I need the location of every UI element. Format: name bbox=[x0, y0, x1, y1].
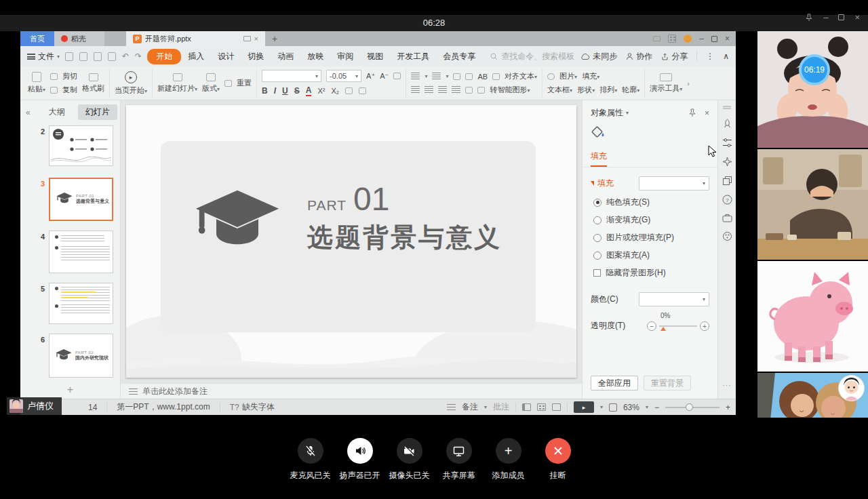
wps-minimize-button[interactable]: – bbox=[699, 34, 704, 43]
strikethrough-button[interactable]: S bbox=[294, 86, 300, 96]
speaker-control[interactable]: 扬声器已开 bbox=[341, 438, 379, 499]
align-center-icon[interactable] bbox=[425, 86, 433, 94]
italic-button[interactable]: I bbox=[274, 86, 276, 96]
grid-icon[interactable] bbox=[668, 35, 676, 43]
save-icon[interactable] bbox=[65, 52, 73, 61]
option-hide-background[interactable]: 隐藏背景图形(H) bbox=[593, 267, 709, 279]
normal-view-icon[interactable] bbox=[522, 403, 531, 411]
export-icon[interactable] bbox=[79, 52, 87, 61]
hangup-icon[interactable] bbox=[545, 438, 571, 464]
menu-devtools[interactable]: 开发工具 bbox=[390, 51, 436, 62]
align-right-icon[interactable] bbox=[438, 86, 447, 94]
account-avatar[interactable] bbox=[684, 35, 692, 43]
menu-design[interactable]: 设计 bbox=[211, 51, 241, 62]
undo-icon[interactable]: ↶ bbox=[122, 52, 129, 61]
collapse-ribbon-icon[interactable]: ∧ bbox=[723, 52, 729, 61]
rocket-icon[interactable] bbox=[722, 119, 732, 129]
fit-to-window-icon[interactable] bbox=[609, 403, 617, 412]
font-color-button[interactable]: A bbox=[306, 85, 312, 96]
participant-video-3[interactable] bbox=[757, 261, 868, 372]
slide-thumbnail-6[interactable]: PART 02 国内外研究现状 bbox=[49, 334, 113, 378]
decrease-font-button[interactable]: A⁻ bbox=[380, 72, 389, 81]
slide-sorter-icon[interactable] bbox=[537, 403, 546, 411]
slide-thumbnail-4[interactable] bbox=[49, 231, 113, 273]
menu-review[interactable]: 审阅 bbox=[330, 51, 360, 62]
print-icon[interactable] bbox=[94, 52, 102, 61]
menu-member[interactable]: 会员专享 bbox=[436, 51, 482, 62]
bullet-list-icon[interactable] bbox=[411, 73, 420, 80]
mic-off-icon[interactable] bbox=[298, 438, 323, 464]
present-tools-button[interactable]: 演示工具▾ bbox=[650, 73, 682, 94]
briefcase-icon[interactable] bbox=[722, 214, 732, 222]
option-gradient-fill[interactable]: 渐变填充(G) bbox=[593, 214, 709, 226]
outline-button[interactable]: 轮廓▾ bbox=[622, 85, 639, 95]
reset-button[interactable]: 重置 bbox=[224, 78, 252, 88]
close-tab-icon[interactable]: × bbox=[254, 35, 258, 43]
highlight-icon[interactable] bbox=[359, 87, 366, 94]
add-member-icon[interactable]: + bbox=[496, 438, 521, 464]
zoom-out-button[interactable]: − bbox=[654, 403, 659, 412]
paste-button[interactable]: 粘贴▾ bbox=[28, 72, 45, 94]
collaborate-button[interactable]: 协作 bbox=[626, 51, 652, 62]
menu-animation[interactable]: 动画 bbox=[271, 51, 300, 62]
restore-window-button[interactable] bbox=[838, 14, 844, 20]
option-pattern-fill[interactable]: 图案填充(A) bbox=[593, 250, 709, 261]
zoom-value[interactable]: 63% bbox=[623, 403, 639, 412]
option-solid-fill[interactable]: 纯色填充(S) bbox=[593, 197, 709, 208]
menu-start[interactable]: 开始 bbox=[147, 49, 181, 64]
menu-slideshow[interactable]: 放映 bbox=[300, 51, 330, 62]
slide-thumbnail-5[interactable] bbox=[49, 283, 113, 324]
section-collapse-icon[interactable] bbox=[591, 181, 594, 186]
to-smart-graphic-button[interactable]: 转智能图形▾ bbox=[490, 85, 530, 95]
cut-button[interactable]: 剪切 bbox=[50, 71, 77, 81]
tab-docer[interactable]: 稻壳 bbox=[54, 31, 104, 46]
arrange-button[interactable]: 排列▾ bbox=[599, 85, 617, 95]
add-member-control[interactable]: + 添加成员 bbox=[490, 438, 528, 499]
format-painter-button[interactable]: 格式刷 bbox=[82, 73, 104, 94]
add-slide-button[interactable]: + bbox=[20, 384, 120, 396]
notes-placeholder[interactable]: 单击此处添加备注 bbox=[121, 383, 582, 399]
fill-button[interactable]: 填充▾ bbox=[582, 71, 599, 81]
ribbon-expand-icon[interactable]: › bbox=[687, 79, 690, 87]
drag-handle-icon[interactable] bbox=[722, 106, 732, 110]
increase-transparency-button[interactable]: + bbox=[700, 321, 709, 331]
missing-font-button[interactable]: T? 缺失字体 bbox=[230, 401, 275, 413]
numbered-list-icon[interactable] bbox=[432, 73, 441, 80]
transparency-slider[interactable] bbox=[659, 325, 697, 327]
new-slide-button[interactable]: 新建幻灯片▾ bbox=[157, 73, 197, 94]
strip-more-icon[interactable]: ··· bbox=[718, 382, 736, 389]
collapse-sidebar-icon[interactable]: « bbox=[20, 108, 36, 117]
skin-icon[interactable] bbox=[722, 231, 732, 241]
apply-all-button[interactable]: 全部应用 bbox=[591, 376, 638, 391]
slide-page[interactable]: PART 01 选题背景与意义 bbox=[126, 105, 576, 378]
minimize-window-button[interactable]: – bbox=[823, 13, 828, 22]
participant-video-4[interactable] bbox=[757, 373, 868, 418]
fill-type-select[interactable]: ▾ bbox=[639, 176, 709, 191]
color-select[interactable]: ▾ bbox=[639, 292, 709, 306]
align-left-icon[interactable] bbox=[411, 86, 420, 94]
decrease-indent-icon[interactable] bbox=[453, 73, 460, 80]
tab-document[interactable]: P 开题答辩.pptx × bbox=[126, 31, 265, 46]
align-text-button[interactable]: 对齐文本▾ bbox=[505, 71, 537, 81]
slider-marker[interactable] bbox=[660, 327, 666, 331]
comments-toggle[interactable]: 批注 bbox=[493, 401, 509, 413]
increase-font-button[interactable]: A⁺ bbox=[366, 72, 375, 81]
increase-indent-icon[interactable] bbox=[465, 73, 473, 80]
decrease-transparency-button[interactable]: − bbox=[647, 321, 656, 331]
tab-outline[interactable]: 大纲 bbox=[41, 104, 73, 120]
new-tab-button[interactable]: + bbox=[265, 31, 284, 46]
superscript-button[interactable]: X² bbox=[317, 87, 325, 95]
clear-format-icon[interactable] bbox=[393, 73, 401, 79]
participant-video-2[interactable] bbox=[757, 149, 868, 260]
bold-button[interactable]: B bbox=[262, 86, 268, 96]
close-panel-icon[interactable]: × bbox=[705, 108, 709, 118]
layout-button[interactable]: 版式▾ bbox=[202, 73, 220, 94]
text-effects-icon[interactable] bbox=[345, 87, 353, 94]
copy-button[interactable]: 复制 bbox=[50, 85, 77, 95]
camera-control[interactable]: 摄像头已关 bbox=[391, 438, 429, 499]
file-menu[interactable]: 文件 ▾ bbox=[27, 51, 60, 62]
zoom-slider-knob[interactable] bbox=[686, 403, 693, 411]
char-shading-button[interactable]: AB bbox=[477, 73, 488, 81]
textbox-button[interactable]: 文本框▾ bbox=[547, 85, 572, 95]
picture-button[interactable]: 图片▾ bbox=[559, 71, 577, 81]
